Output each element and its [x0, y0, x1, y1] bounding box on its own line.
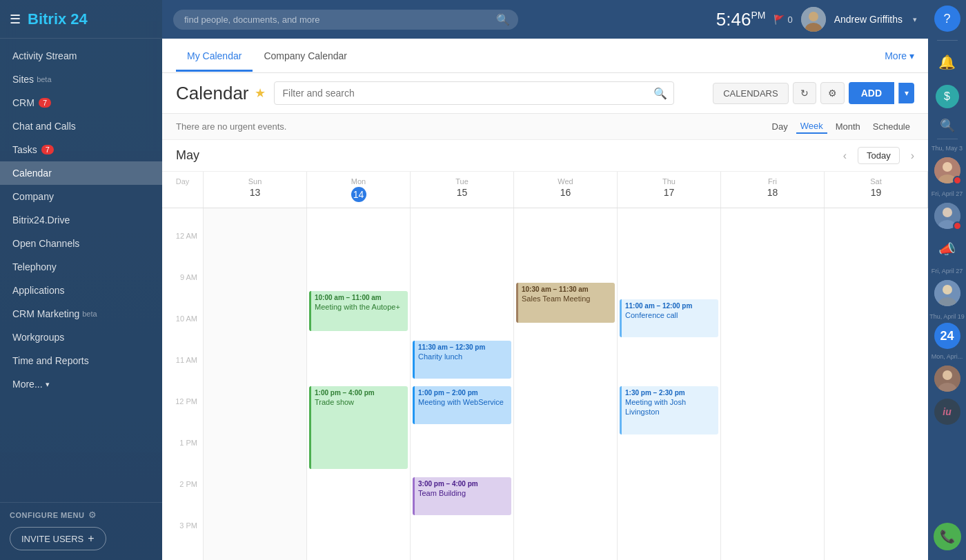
- add-chevron-button[interactable]: ▾: [898, 83, 914, 103]
- event-sales-team-meeting[interactable]: 10:30 am – 11:30 am Sales Team Meeting: [516, 283, 615, 323]
- svg-point-13: [943, 370, 952, 380]
- sidebar-item-more[interactable]: More... ▾: [0, 372, 162, 396]
- event-trade-show[interactable]: 1:00 pm – 4:00 pm Trade show: [309, 386, 408, 469]
- megaphone-button[interactable]: 📣: [931, 233, 963, 265]
- nav-arrows: ‹ Today ›: [843, 147, 914, 164]
- feed-avatar-5[interactable]: iu: [931, 396, 963, 428]
- feed-avatar-4[interactable]: [931, 363, 963, 394]
- star-icon[interactable]: ★: [255, 86, 266, 101]
- event-meeting-autope[interactable]: 10:00 am – 11:00 am Meeting with the Aut…: [309, 291, 408, 331]
- tab-my-calendar[interactable]: My Calendar: [176, 41, 253, 72]
- currency-button[interactable]: $: [931, 81, 963, 112]
- day-column-thu: 11:00 am – 12:00 pm Conference call 1:30…: [618, 208, 721, 560]
- tab-company-calendar[interactable]: Company Calendar: [253, 41, 358, 72]
- feed-date-1: Thu, May 3: [931, 145, 963, 152]
- urgent-message: There are no urgent events.: [176, 121, 286, 132]
- avatar-badge: [953, 176, 962, 185]
- right-panel: ? 🔔 $ 🔍 Thu, May 3 Fri, April 27 📣 Fri, …: [928, 0, 966, 560]
- sidebar-item-telephony[interactable]: Telephony: [0, 255, 162, 279]
- clock-time: 5:46: [716, 9, 751, 30]
- feed-date-3: Fri, April 27: [931, 268, 963, 274]
- sidebar-item-tasks[interactable]: Tasks 7: [0, 138, 162, 161]
- day-header-sat: Sat 19: [825, 172, 928, 208]
- sidebar-item-bitrix24-drive[interactable]: Bitrix24.Drive: [0, 208, 162, 232]
- phone-button[interactable]: 📞: [934, 523, 961, 550]
- event-meeting-webservice[interactable]: 1:00 pm – 2:00 pm Meeting with WebServic…: [413, 386, 511, 424]
- time-label-11am: 11 AM: [162, 353, 204, 394]
- today-button[interactable]: Today: [858, 147, 900, 164]
- day-column-tue: 11:30 am – 12:30 pm Charity lunch 1:00 p…: [411, 208, 514, 560]
- user-name[interactable]: Andrew Griffiths: [834, 14, 903, 25]
- day-header-wed: Wed 16: [514, 172, 618, 208]
- month-title: May: [176, 148, 199, 163]
- day-header-thu: Thu 17: [618, 172, 721, 208]
- svg-point-4: [943, 162, 952, 172]
- settings-button[interactable]: ⚙: [820, 82, 845, 104]
- time-label-3pm: 3 PM: [162, 519, 204, 560]
- logo-bitrix: Bitrix: [28, 10, 70, 28]
- sidebar-footer: CONFIGURE MENU ⚙ INVITE USERS +: [0, 502, 162, 560]
- bell-icon: 🔔: [938, 54, 956, 70]
- user-avatar[interactable]: [801, 7, 826, 32]
- event-meeting-josh[interactable]: 1:30 pm – 2:30 pm Meeting with Josh Livi…: [620, 386, 718, 434]
- beta-badge: beta: [82, 310, 97, 318]
- help-button[interactable]: ?: [934, 6, 960, 32]
- more-dropdown[interactable]: More ▾: [885, 50, 914, 61]
- notifications-button[interactable]: 🔔: [931, 46, 963, 78]
- sidebar-item-activity-stream[interactable]: Activity Stream: [0, 44, 162, 68]
- user-chevron-down-icon[interactable]: ▾: [913, 15, 917, 24]
- right-search-button[interactable]: 🔍: [940, 118, 955, 133]
- view-month-button[interactable]: Month: [831, 120, 865, 133]
- filter-search-input[interactable]: [274, 81, 674, 105]
- flag-badge[interactable]: 🚩 0: [773, 14, 792, 25]
- sidebar-item-company[interactable]: Company: [0, 185, 162, 208]
- sidebar-item-chat-calls[interactable]: Chat and Calls: [0, 114, 162, 138]
- flag-count: 0: [787, 14, 792, 25]
- feed-date-5: Mon, Apri...: [931, 353, 963, 360]
- search-input[interactable]: [173, 10, 518, 30]
- next-arrow-icon[interactable]: ›: [911, 150, 914, 162]
- hamburger-menu-icon[interactable]: ☰: [10, 12, 21, 27]
- sidebar-item-crm[interactable]: CRM 7: [0, 91, 162, 114]
- event-title: Sales Team Meeting: [522, 294, 611, 303]
- day-column-wed: 10:30 am – 11:30 am Sales Team Meeting: [514, 208, 618, 560]
- add-button[interactable]: ADD: [849, 82, 894, 104]
- invite-users-button[interactable]: INVITE USERS +: [10, 527, 106, 550]
- calendar-title: Calendar ★: [176, 83, 266, 104]
- event-time: 11:00 am – 12:00 pm: [625, 301, 715, 310]
- prev-arrow-icon[interactable]: ‹: [843, 150, 847, 162]
- sidebar-item-calendar[interactable]: Calendar: [0, 161, 162, 185]
- event-conference-call[interactable]: 11:00 am – 12:00 pm Conference call: [620, 299, 718, 337]
- sidebar-item-label: Open Channels: [12, 238, 79, 249]
- gear-icon: ⚙: [88, 510, 97, 520]
- event-time: 10:30 am – 11:30 am: [522, 285, 611, 294]
- view-week-button[interactable]: Week: [796, 119, 827, 134]
- feed-avatar-1[interactable]: [931, 154, 963, 186]
- view-day-button[interactable]: Day: [768, 120, 792, 133]
- sidebar-item-label: CRM: [12, 97, 34, 108]
- feed-avatar-3[interactable]: [931, 277, 963, 309]
- day-header-fri: Fri 18: [721, 172, 825, 208]
- main-content: 🔍 5:46PM 🚩 0 Andrew Griffiths ▾ My Calen…: [162, 0, 928, 560]
- event-title: Meeting with WebService: [418, 397, 508, 407]
- feed-avatar-2[interactable]: [931, 200, 963, 232]
- event-team-building[interactable]: 3:00 pm – 4:00 pm Team Building: [413, 477, 511, 515]
- bitrix24-icon[interactable]: 24: [934, 323, 960, 349]
- view-schedule-button[interactable]: Schedule: [869, 120, 914, 133]
- calendars-button[interactable]: CALENDARS: [713, 83, 788, 104]
- sidebar-item-sites[interactable]: Sites beta: [0, 68, 162, 91]
- sidebar-item-time-reports[interactable]: Time and Reports: [0, 349, 162, 372]
- sidebar-item-label: More...: [12, 379, 43, 390]
- day-column-fri: [721, 208, 825, 560]
- sidebar: ☰ Bitrix 24 Activity Stream Sites beta C…: [0, 0, 162, 560]
- event-charity-lunch[interactable]: 11:30 am – 12:30 pm Charity lunch: [413, 341, 511, 379]
- day-header-tue: Tue 15: [411, 172, 514, 208]
- sidebar-item-applications[interactable]: Applications: [0, 279, 162, 302]
- calendar-title-text: Calendar: [176, 83, 249, 104]
- configure-menu-row[interactable]: CONFIGURE MENU ⚙: [10, 510, 152, 520]
- sidebar-item-crm-marketing[interactable]: CRM Marketing beta: [0, 302, 162, 326]
- sidebar-item-open-channels[interactable]: Open Channels: [0, 232, 162, 255]
- sidebar-item-workgroups[interactable]: Workgroups: [0, 326, 162, 349]
- refresh-button[interactable]: ↻: [793, 82, 816, 104]
- calendar-container: My Calendar Company Calendar More ▾ Cale…: [162, 39, 928, 560]
